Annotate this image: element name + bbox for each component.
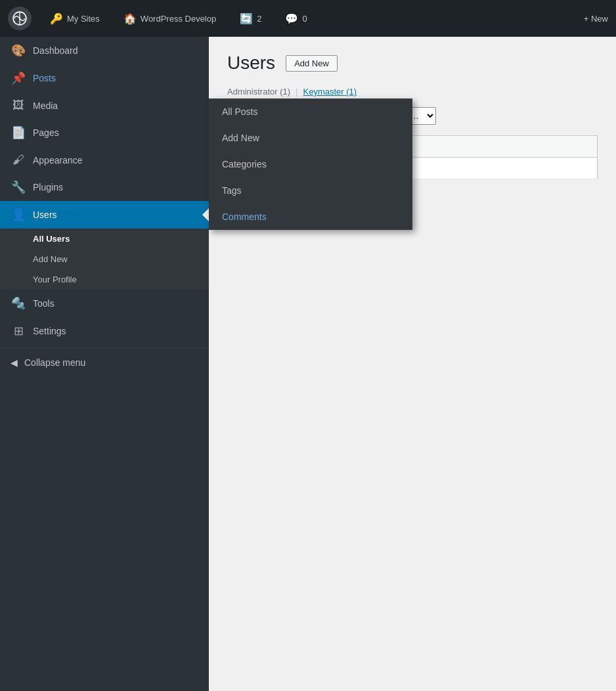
filter-bar: Administrator (1) | Keymaster (1) (227, 87, 598, 97)
comments-menu[interactable]: 💬 0 (280, 10, 312, 28)
active-arrow (202, 208, 209, 221)
sidebar-item-posts[interactable]: 📌 Posts (0, 64, 209, 92)
posts-icon: 📌 (11, 71, 26, 85)
updates-menu[interactable]: 🔄 2 (234, 10, 267, 28)
dashboard-icon: 🎨 (11, 43, 26, 58)
sidebar-item-media[interactable]: 🖼 Media (0, 92, 209, 119)
users-icon: 👤 (11, 208, 26, 222)
sidebar-divider (0, 347, 209, 348)
sidebar-item-pages[interactable]: 📄 Pages (0, 119, 209, 146)
sidebar-item-dashboard[interactable]: 🎨 Dashboard (0, 37, 209, 64)
sidebar-item-settings[interactable]: ⊞ Settings (0, 317, 209, 345)
filter-sep: | (296, 87, 297, 97)
new-content-menu[interactable]: + New (584, 14, 608, 24)
users-submenu: All Users Add New Your Profile (0, 229, 209, 290)
posts-flyout-menu: All Posts Add New Categories Tags Commen… (209, 99, 412, 230)
sidebar-subitem-your-profile[interactable]: Your Profile (0, 269, 209, 290)
wp-logo[interactable] (8, 7, 32, 30)
plugins-icon: 🔧 (11, 180, 26, 194)
sidebar-item-users[interactable]: 👤 Users (0, 201, 209, 229)
media-icon: 🖼 (11, 99, 26, 112)
sidebar-collapse-button[interactable]: ◀ Collapse menu (0, 351, 209, 374)
sidebar-item-plugins[interactable]: 🔧 Plugins (0, 173, 209, 201)
add-new-button[interactable]: Add New (286, 55, 338, 72)
appearance-icon: 🖌 (11, 153, 26, 167)
flyout-comments[interactable]: Comments (209, 204, 412, 230)
admin-bar: 🔑 My Sites 🏠 WordPress Develop 🔄 2 💬 0 +… (0, 0, 616, 37)
settings-icon: ⊞ (11, 324, 26, 338)
refresh-icon: 🔄 (240, 12, 253, 25)
flyout-tags[interactable]: Tags (209, 177, 412, 204)
my-sites-menu[interactable]: 🔑 My Sites (45, 10, 105, 28)
flyout-add-new[interactable]: Add New (209, 125, 412, 151)
sidebar-item-tools[interactable]: 🔩 Tools (0, 290, 209, 317)
sidebar-subitem-add-new[interactable]: Add New (0, 249, 209, 269)
flyout-all-posts[interactable]: All Posts (209, 99, 412, 125)
page-title: Users (227, 53, 275, 74)
main-layout: 🎨 Dashboard 📌 Posts 🖼 Media 📄 Pages 🖌 Ap… (0, 37, 616, 691)
site-name-menu[interactable]: 🏠 WordPress Develop (118, 10, 221, 28)
collapse-icon: ◀ (11, 357, 18, 368)
pages-icon: 📄 (11, 125, 26, 140)
tools-icon: 🔩 (11, 296, 26, 311)
comment-icon: 💬 (285, 12, 298, 25)
page-header: Users Add New (227, 53, 598, 74)
flyout-categories[interactable]: Categories (209, 151, 412, 177)
key-icon: 🔑 (50, 12, 63, 25)
sidebar-subitem-all-users[interactable]: All Users (0, 229, 209, 249)
house-icon: 🏠 (123, 12, 137, 25)
filter-keymaster[interactable]: Keymaster (1) (303, 87, 357, 97)
filter-administrator[interactable]: Administrator (1) (227, 87, 290, 97)
sidebar: 🎨 Dashboard 📌 Posts 🖼 Media 📄 Pages 🖌 Ap… (0, 37, 209, 691)
sidebar-item-appearance[interactable]: 🖌 Appearance (0, 146, 209, 173)
